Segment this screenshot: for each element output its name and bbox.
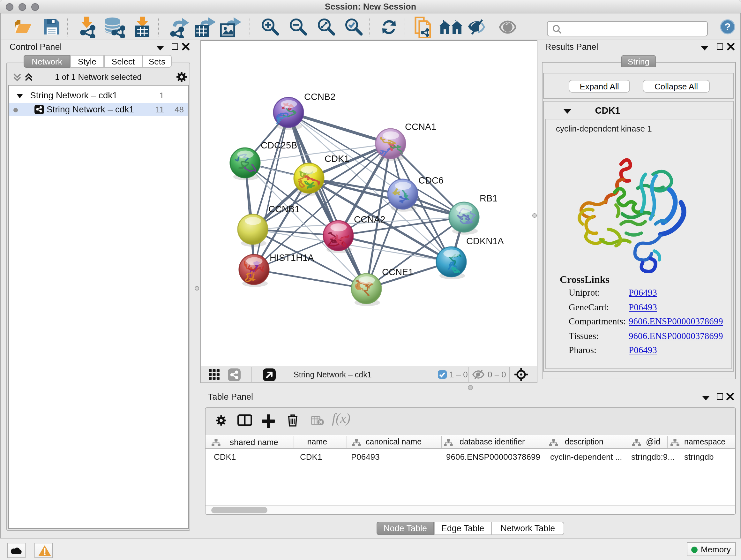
svg-text:CCNE1: CCNE1: [382, 267, 413, 277]
svg-text:CCNB2: CCNB2: [304, 91, 335, 102]
svg-text:CDC25B: CDC25B: [261, 140, 297, 150]
svg-text:?: ?: [724, 21, 731, 33]
svg-text:CDKN1A: CDKN1A: [466, 236, 504, 246]
svg-text:HIST1H1A: HIST1H1A: [270, 253, 314, 263]
svg-text:CCNB1: CCNB1: [268, 204, 300, 214]
svg-text:RB1: RB1: [480, 193, 497, 203]
svg-text:CDC6: CDC6: [418, 175, 444, 186]
svg-text:CDK1: CDK1: [325, 153, 349, 164]
svg-text:CCNA2: CCNA2: [354, 214, 385, 225]
svg-text:CCNA1: CCNA1: [405, 122, 436, 132]
